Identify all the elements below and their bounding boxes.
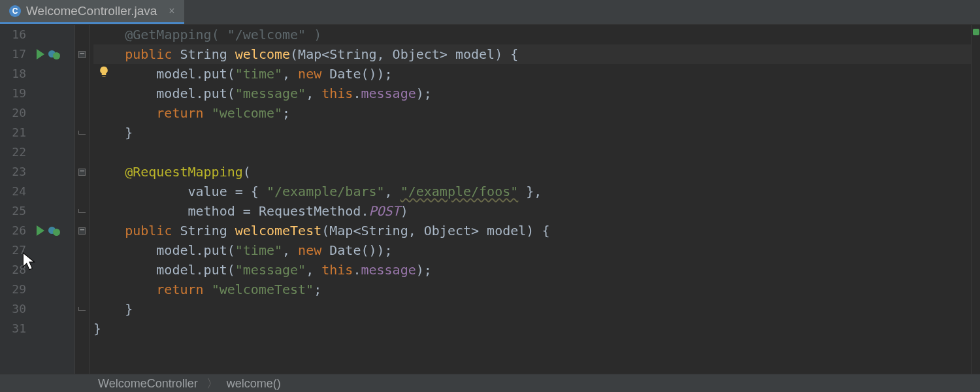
code-token: model (156, 242, 195, 258)
code-token: model (156, 262, 195, 278)
fold-end-icon (78, 209, 86, 213)
line-number[interactable]: 28 (0, 260, 26, 280)
code-token: public (125, 223, 172, 238)
breadcrumb-method[interactable]: welcome() (227, 377, 281, 390)
gutter-row-26 (33, 221, 74, 240)
intention-bulb-icon[interactable] (97, 65, 110, 78)
line-number[interactable]: 22 (0, 142, 26, 162)
fold-toggle-icon[interactable] (78, 227, 86, 235)
code-token: value (188, 184, 227, 199)
code-token: return (156, 105, 203, 121)
code-token: "/example/foos" (400, 184, 519, 199)
code-token: Date (329, 66, 361, 82)
run-gutter-icon[interactable] (37, 225, 44, 236)
code-token: "message" (235, 262, 306, 278)
code-token: welcome (235, 46, 290, 62)
code-token: model (156, 86, 195, 101)
error-stripe[interactable] (971, 25, 980, 374)
fold-toggle-icon[interactable] (78, 51, 86, 58)
fold-end-icon (78, 131, 86, 135)
editor-tab-active[interactable]: C WelcomeController.java × (0, 0, 184, 24)
code-token: String (180, 223, 227, 238)
gutter-row-17 (33, 44, 74, 64)
java-class-icon: C (9, 5, 21, 17)
code-area[interactable]: @GetMapping( "/welcome" ) public String … (90, 25, 971, 374)
line-number[interactable]: 21 (0, 123, 26, 142)
code-editor[interactable]: 16171819202122232425262728293031 (0, 25, 980, 374)
fold-end-icon (78, 307, 86, 311)
editor-tab-bar: C WelcomeController.java × (0, 0, 980, 25)
breadcrumb[interactable]: WelcomeController 〉 welcome() (0, 374, 980, 392)
code-token: put (204, 242, 227, 258)
code-token: return (156, 282, 203, 297)
run-gutter-icon[interactable] (37, 49, 44, 59)
code-token: welcomeTest (235, 223, 321, 238)
code-token: "message" (235, 86, 306, 101)
line-number[interactable]: 25 (0, 201, 26, 221)
code-token: @GetMapping (125, 27, 211, 42)
line-number[interactable]: 27 (0, 240, 26, 260)
code-token: "time" (235, 66, 282, 82)
code-token: model (156, 66, 195, 82)
code-token: model (487, 223, 526, 238)
code-token: new (298, 66, 321, 82)
code-token: RequestMethod (259, 203, 361, 219)
breadcrumb-class[interactable]: WelcomeController (98, 377, 198, 390)
code-token: put (204, 262, 227, 278)
gutter-marker-column (33, 25, 75, 374)
fold-column (75, 25, 90, 374)
close-icon[interactable]: × (169, 5, 174, 17)
code-token: message (361, 262, 416, 278)
line-number[interactable]: 26 (0, 221, 26, 240)
code-token: public (125, 46, 172, 62)
line-number-gutter[interactable]: 16171819202122232425262728293031 (0, 25, 33, 374)
chevron-right-icon: 〉 (206, 377, 218, 390)
code-token: Map<String, Object> (298, 46, 448, 62)
code-token: message (361, 86, 416, 101)
line-number[interactable]: 17 (0, 44, 26, 64)
code-token: Map<String, Object> (329, 223, 479, 238)
code-token: model (455, 46, 495, 62)
code-token: method (188, 203, 235, 219)
code-token: "/example/bars" (267, 184, 385, 199)
line-number[interactable]: 19 (0, 84, 26, 103)
line-number[interactable]: 31 (0, 319, 26, 338)
code-token: this (321, 86, 353, 101)
line-number[interactable]: 20 (0, 103, 26, 123)
spring-bean-icon[interactable] (48, 48, 60, 60)
code-token: Date (329, 242, 361, 258)
line-number[interactable]: 30 (0, 299, 26, 319)
line-number[interactable]: 23 (0, 162, 26, 182)
code-token: String (180, 46, 227, 62)
code-token: "/welcome" (227, 27, 306, 42)
line-number[interactable]: 29 (0, 280, 26, 299)
line-number[interactable]: 18 (0, 64, 26, 84)
code-token: new (298, 242, 321, 258)
analysis-ok-icon (973, 29, 979, 35)
code-token: "time" (235, 242, 282, 258)
code-token: POST (368, 203, 400, 219)
code-token: @RequestMapping (125, 164, 243, 180)
line-number[interactable]: 24 (0, 182, 26, 201)
code-token: put (204, 86, 227, 101)
code-token: "welcomeTest" (212, 282, 314, 297)
line-number[interactable]: 16 (0, 25, 26, 44)
code-token: put (204, 66, 227, 82)
spring-bean-icon[interactable] (48, 225, 60, 237)
code-token: "welcome" (212, 105, 282, 121)
tab-filename: WelcomeController.java (26, 4, 157, 18)
fold-toggle-icon[interactable] (78, 169, 86, 176)
code-token: this (321, 262, 353, 278)
